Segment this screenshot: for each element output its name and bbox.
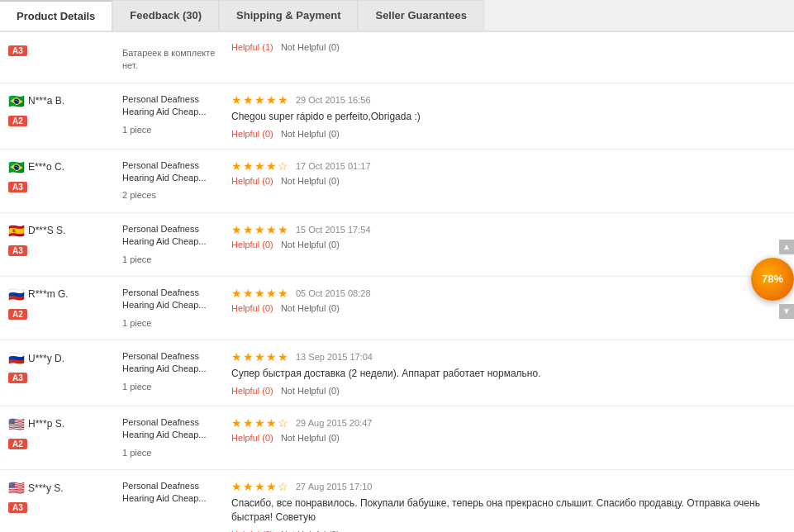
not-helpful-button[interactable]: Not Helpful (0) <box>281 129 340 139</box>
table-row: 🇺🇸 S***y S. A3 Personal Deafness Hearing… <box>0 470 794 532</box>
product-info: Personal Deafness Hearing Aid Cheap... 1… <box>116 416 231 459</box>
review-header: ★★★★★ 29 Oct 2015 16:56 <box>231 93 786 107</box>
review-content: ★★★★☆ 17 Oct 2015 01:17 Helpful (0) Not … <box>231 159 786 186</box>
username: 🇪🇸 D***S S. <box>8 223 116 239</box>
table-row: A3 Батареек в комплекте нет. Helpful (1)… <box>0 32 794 83</box>
product-name: Personal Deafness Hearing Aid Cheap... <box>122 93 225 119</box>
star-rating: ★★★★☆ <box>231 480 289 493</box>
flag-icon: 🇺🇸 <box>8 480 25 496</box>
quantity: 1 piece <box>122 124 225 136</box>
review-date: 15 Oct 2015 17:54 <box>296 225 371 235</box>
reviews-list: A3 Батареек в комплекте нет. Helpful (1)… <box>0 32 794 532</box>
scroll-up-button[interactable]: ▲ <box>779 240 794 254</box>
helpful-row: Helpful (0) Not Helpful (0) <box>231 530 786 532</box>
table-row: 🇷🇺 U***y D. A3 Personal Deafness Hearing… <box>0 340 794 406</box>
quantity: 2 pieces <box>122 189 225 202</box>
review-text: Супер быстрая доставка (2 недели). Аппар… <box>231 367 786 381</box>
table-row: 🇪🇸 D***S S. A3 Personal Deafness Hearing… <box>0 213 794 277</box>
review-header: ★★★★★ 05 Oct 2015 08:28 <box>231 287 786 300</box>
product-info: Personal Deafness Hearing Aid Cheap... 1… <box>116 350 231 393</box>
helpful-button[interactable]: Helpful (0) <box>231 240 273 249</box>
tab-shipping[interactable]: Shipping & Payment <box>219 0 358 31</box>
product-name: Personal Deafness Hearing Aid Cheap... <box>122 350 225 376</box>
table-row: 🇷🇺 R***m G. A2 Personal Deafness Hearing… <box>0 277 794 340</box>
helpful-row: Helpful (0) Not Helpful (0) <box>231 240 786 249</box>
quantity: 1 piece <box>122 381 225 393</box>
helpful-row: Helpful (0) Not Helpful (0) <box>231 129 786 139</box>
review-content: ★★★★★ 13 Sep 2015 17:04 Супер быстрая до… <box>231 350 786 396</box>
flag-icon: 🇪🇸 <box>8 223 25 239</box>
quantity: 1 piece <box>122 254 225 266</box>
username: 🇷🇺 R***m G. <box>8 287 116 302</box>
user-info: 🇧🇷 N***a B. A2 <box>8 93 116 126</box>
quantity: 1 piece <box>122 447 225 459</box>
tab-feedback[interactable]: Feedback (30) <box>112 0 219 31</box>
review-header: ★★★★☆ 17 Oct 2015 01:17 <box>231 159 786 173</box>
tab-guarantees[interactable]: Seller Guarantees <box>358 0 484 31</box>
not-helpful-button[interactable]: Not Helpful (0) <box>281 42 340 52</box>
review-content: Helpful (1) Not Helpful (0) <box>231 42 786 52</box>
flag-icon: 🇷🇺 <box>8 350 25 366</box>
tab-product-details[interactable]: Product Details <box>0 0 112 31</box>
review-header: ★★★★☆ 29 Aug 2015 20:47 <box>231 416 786 430</box>
helpful-button[interactable]: Helpful (0) <box>231 303 273 313</box>
user-info: A3 <box>8 42 116 59</box>
star-rating: ★★★★☆ <box>231 159 289 173</box>
user-info: 🇧🇷 E***o C. A3 <box>8 159 116 192</box>
user-info: 🇺🇸 S***y S. A3 <box>8 480 116 513</box>
helpful-button[interactable]: Helpful (0) <box>231 530 273 532</box>
helpful-row: Helpful (0) Not Helpful (0) <box>231 176 786 186</box>
table-row: 🇧🇷 E***o C. A3 Personal Deafness Hearing… <box>0 150 794 213</box>
user-info: 🇷🇺 U***y D. A3 <box>8 350 116 383</box>
review-date: 17 Oct 2015 01:17 <box>296 161 371 171</box>
flag-icon: 🇧🇷 <box>8 159 25 175</box>
review-content: ★★★★★ 15 Oct 2015 17:54 Helpful (0) Not … <box>231 223 786 249</box>
table-row: 🇧🇷 N***a B. A2 Personal Deafness Hearing… <box>0 83 794 150</box>
scroll-down-button[interactable]: ▼ <box>779 304 794 319</box>
star-rating: ★★★★★ <box>231 93 289 107</box>
product-name: Personal Deafness Hearing Aid Cheap... <box>122 159 225 185</box>
product-name: Personal Deafness Hearing Aid Cheap... <box>122 223 225 249</box>
quantity: 1 piece <box>122 317 225 330</box>
not-helpful-button[interactable]: Not Helpful (0) <box>281 386 340 396</box>
flag-icon: 🇧🇷 <box>8 93 25 109</box>
size-badge: A2 <box>8 439 27 449</box>
review-header: ★★★★☆ 27 Aug 2015 17:10 <box>231 480 786 493</box>
user-info: 🇷🇺 R***m G. A2 <box>8 287 116 320</box>
user-info: 🇪🇸 D***S S. A3 <box>8 223 116 256</box>
product-name: Personal Deafness Hearing Aid Cheap... <box>122 480 225 506</box>
badge-a3: A3 <box>8 45 27 56</box>
review-text: Chegou super rápido e perfeito,Obrigada … <box>231 110 786 124</box>
review-date: 29 Oct 2015 16:56 <box>296 95 371 105</box>
product-info: Personal Deafness Hearing Aid Cheap... 1… <box>116 93 231 136</box>
review-content: ★★★★★ 05 Oct 2015 08:28 Helpful (0) Not … <box>231 287 786 313</box>
not-helpful-button[interactable]: Not Helpful (0) <box>281 176 340 186</box>
product-info: Personal Deafness Hearing Aid Cheap... 2… <box>116 159 231 202</box>
helpful-button[interactable]: Helpful (0) <box>231 129 273 139</box>
helpful-button[interactable]: Helpful (1) <box>231 42 273 52</box>
not-helpful-button[interactable]: Not Helpful (0) <box>281 433 340 443</box>
review-date: 05 Oct 2015 08:28 <box>296 288 371 298</box>
review-text: Спасибо, все понравилось. Покупали бабуш… <box>231 496 786 525</box>
review-header: ★★★★★ 15 Oct 2015 17:54 <box>231 223 786 236</box>
not-helpful-button[interactable]: Not Helpful (0) <box>281 303 340 313</box>
product-info: Батареек в комплекте нет. <box>116 42 231 73</box>
size-badge: A3 <box>8 245 27 256</box>
not-helpful-button[interactable]: Not Helpful (0) <box>281 240 340 249</box>
helpful-button[interactable]: Helpful (0) <box>231 433 273 443</box>
star-rating: ★★★★★ <box>231 287 289 300</box>
helpful-button[interactable]: Helpful (0) <box>231 176 273 186</box>
username: 🇷🇺 U***y D. <box>8 350 116 366</box>
helpful-button[interactable]: Helpful (0) <box>231 386 273 396</box>
not-helpful-button[interactable]: Not Helpful (0) <box>281 530 340 532</box>
review-content: ★★★★☆ 29 Aug 2015 20:47 Helpful (0) Not … <box>231 416 786 443</box>
product-info: Personal Deafness Hearing Aid Cheap... <box>116 480 231 506</box>
size-badge: A3 <box>8 373 27 383</box>
username: 🇺🇸 S***y S. <box>8 480 116 496</box>
table-row: 🇺🇸 H***p S. A2 Personal Deafness Hearing… <box>0 406 794 470</box>
helpful-row: Helpful (0) Not Helpful (0) <box>231 433 786 443</box>
size-badge: A2 <box>8 309 27 320</box>
review-date: 29 Aug 2015 20:47 <box>296 418 372 428</box>
flag-icon: 🇷🇺 <box>8 287 25 302</box>
flag-icon: 🇺🇸 <box>8 416 25 432</box>
